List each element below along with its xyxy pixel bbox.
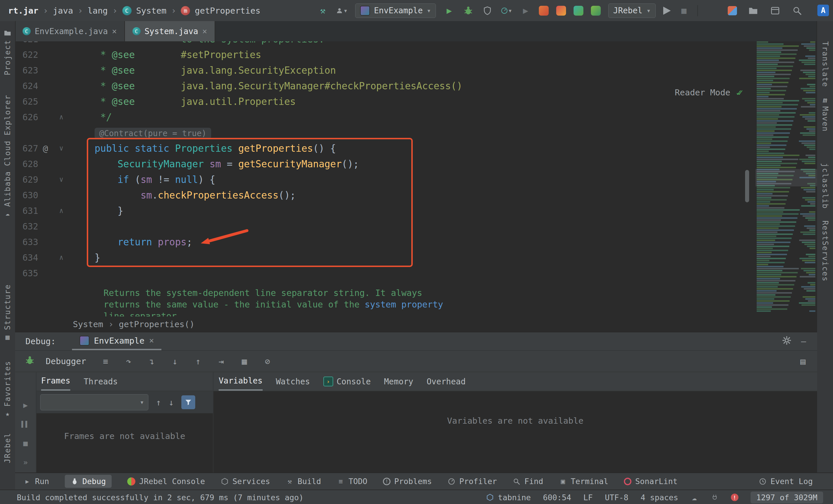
memory-indicator[interactable]: 1297 of 3029M	[751, 492, 823, 503]
view-breakpoints-icon[interactable]: ▦	[238, 356, 251, 367]
tab-watches[interactable]: Watches	[276, 372, 310, 391]
toolwindow-terminal[interactable]: ▣ Terminal	[559, 477, 608, 486]
toolwindow-services[interactable]: Services	[221, 477, 270, 486]
breadcrumb-member[interactable]: getProperties()	[119, 319, 195, 329]
code-editor[interactable]: 621 * to the system properties.622 * @se…	[15, 41, 817, 317]
step-into-icon[interactable]: ↓	[169, 356, 181, 367]
jrebel-remote-icon[interactable]	[574, 6, 584, 16]
toolwindow-find[interactable]: Find	[513, 477, 543, 486]
run-config-select[interactable]: EnvExample ▾	[355, 3, 436, 18]
jrebel-agent-icon[interactable]	[539, 6, 549, 16]
code-line[interactable]: 625 * @see java.util.Properties	[15, 94, 751, 109]
sidebar-item-jclasslib[interactable]: jclasslib	[821, 163, 830, 209]
run-to-cursor-icon[interactable]: ⇥	[215, 356, 227, 367]
sidebar-item-project[interactable]: Project	[3, 40, 12, 75]
sidebar-item-translate[interactable]: Translate	[821, 41, 830, 87]
code-line[interactable]: 626∧ */	[15, 109, 751, 125]
cloud-icon[interactable]: ☁	[3, 209, 12, 218]
sidebar-item-alibaba-cloud-explorer[interactable]: Alibaba Cloud Explorer	[3, 95, 12, 207]
tab-envexample-java[interactable]: C EnvExample.java ×	[15, 21, 125, 41]
encoding-indicator[interactable]: UTF-8	[605, 493, 628, 502]
close-icon[interactable]: ×	[202, 27, 207, 36]
frame-up-icon[interactable]: ↑	[156, 397, 161, 407]
debug-session-tab[interactable]: EnvExample ×	[72, 332, 161, 350]
reader-mode-toggle[interactable]: Reader Mode ✓✓	[675, 87, 743, 98]
minimap[interactable]	[756, 41, 817, 313]
breadcrumb-lang[interactable]: lang	[88, 6, 108, 16]
cloud-icon[interactable]: ☁	[690, 493, 698, 501]
sidebar-item-structure[interactable]: Structure	[3, 284, 12, 330]
clean-icon[interactable]	[663, 7, 671, 15]
resume-icon[interactable]: ▶	[23, 400, 28, 410]
hide-icon[interactable]: —	[801, 336, 806, 346]
code-line[interactable]: 623 * @see java.lang.SecurityException	[15, 62, 751, 78]
code-line[interactable]: 624 * @see java.lang.SecurityManager#che…	[15, 78, 751, 94]
close-icon[interactable]: ×	[149, 336, 154, 345]
status-message[interactable]: Build completed successfully in 2 sec, 6…	[17, 493, 304, 502]
show-execution-point-icon[interactable]: ↷	[123, 356, 135, 367]
pause-icon[interactable]: ▌▌	[21, 419, 29, 429]
tab-threads[interactable]: Threads	[84, 372, 118, 391]
xrebel-agent-icon[interactable]	[556, 6, 566, 16]
minimap-viewport-indicator[interactable]	[756, 169, 817, 186]
sidebar-item-jrebel[interactable]: JRebel	[3, 433, 12, 463]
toolwindow-run[interactable]: ▶ Run	[23, 477, 49, 486]
run-button[interactable]: ▶	[444, 5, 455, 17]
notification-badge[interactable]: !	[731, 494, 738, 501]
project-folder-icon[interactable]	[3, 29, 12, 37]
code-line[interactable]: 622 * @see #setProperties	[15, 47, 751, 62]
tabnine-widget[interactable]: tabnine	[486, 493, 531, 502]
line-ending-indicator[interactable]: LF	[584, 493, 593, 502]
debug-button[interactable]	[462, 5, 474, 17]
window-icon[interactable]	[769, 5, 781, 17]
stop-icon[interactable]: ■	[23, 438, 28, 449]
sidebar-item-favorites[interactable]: Favorites	[3, 361, 12, 407]
build-hammer-icon[interactable]: ⚒	[317, 5, 329, 17]
breadcrumb-rtjar[interactable]: rt.jar	[8, 6, 39, 16]
mute-breakpoints-icon[interactable]: ⊘	[261, 356, 273, 367]
sidebar-item-maven[interactable]: Maven	[821, 106, 830, 132]
settings-gear-icon[interactable]	[782, 336, 791, 347]
plugin-icon[interactable]	[728, 6, 737, 15]
breadcrumb-class[interactable]: System	[73, 319, 103, 329]
layout-settings-icon[interactable]: ▤	[800, 356, 817, 367]
debugger-menu-icon[interactable]: ≡	[99, 356, 112, 367]
tab-system-java[interactable]: C System.java ×	[125, 21, 215, 41]
user-icon[interactable]: ▾	[336, 5, 348, 17]
toolwindow-jrebel-console[interactable]: JRebel Console	[127, 477, 205, 486]
translate-icon[interactable]: A	[817, 5, 829, 16]
hide-frames-filter-icon[interactable]	[181, 395, 195, 409]
tab-console[interactable]: › Console	[324, 372, 371, 391]
code-line[interactable]: 621 * to the system properties.	[15, 41, 751, 47]
maven-icon[interactable]: m	[821, 96, 830, 105]
caret-position[interactable]: 600:54	[543, 493, 571, 502]
toolwindow-todo[interactable]: ≡ TODO	[337, 477, 367, 486]
step-over-icon[interactable]: ↴	[146, 356, 158, 367]
frame-down-icon[interactable]: ↓	[169, 397, 174, 407]
search-icon[interactable]	[791, 5, 803, 17]
sidebar-item-restservices[interactable]: RestServices	[821, 221, 830, 282]
connection-icon[interactable]	[711, 493, 719, 501]
profiler-button[interactable]: ▾	[501, 5, 512, 17]
jrebel-sync-icon[interactable]	[591, 6, 601, 16]
step-out-icon[interactable]: ↑	[192, 356, 204, 367]
star-icon[interactable]: ★	[3, 409, 12, 418]
structure-icon[interactable]: ▦	[3, 333, 12, 342]
folder-icon[interactable]	[747, 5, 759, 17]
toolwindow-problems[interactable]: ! Problems	[383, 477, 432, 486]
jrebel-select[interactable]: JRebel ▾	[608, 3, 656, 18]
coverage-button[interactable]	[481, 5, 493, 17]
toolwindow-sonarlint[interactable]: SonarLint	[624, 477, 677, 486]
breadcrumb-getproperties[interactable]: getProperties	[195, 6, 260, 16]
more-icon[interactable]: »	[23, 457, 28, 468]
indent-indicator[interactable]: 4 spaces	[641, 493, 678, 502]
toolwindow-debug[interactable]: Debug	[65, 475, 112, 488]
tab-memory[interactable]: Memory	[384, 372, 413, 391]
tab-overhead[interactable]: Overhead	[427, 372, 466, 391]
tab-frames[interactable]: Frames	[41, 372, 70, 391]
breadcrumb-java[interactable]: java	[53, 6, 73, 16]
code-line[interactable]: 635	[15, 265, 751, 281]
tab-variables[interactable]: Variables	[219, 372, 263, 391]
toolwindow-build[interactable]: ⚒ Build	[286, 477, 321, 486]
toolwindow-event-log[interactable]: Event Log	[759, 477, 813, 486]
